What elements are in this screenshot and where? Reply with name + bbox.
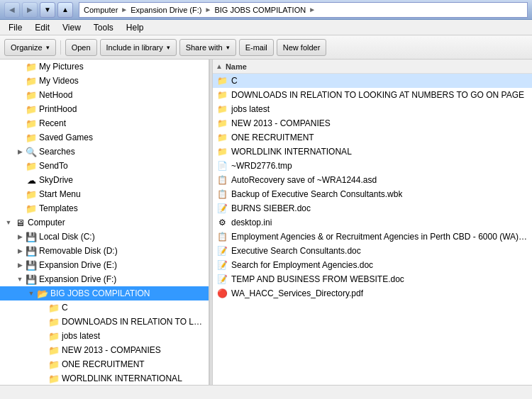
file-item-executive_search[interactable]: 📝Executive Search Consultants.doc xyxy=(213,244,532,258)
file-name-jobslatest: jobs latest xyxy=(231,104,270,114)
tree-toggle-searches[interactable]: ▶ xyxy=(14,148,26,155)
email-label: E-mail xyxy=(245,43,267,52)
tree-item-nethood[interactable]: 📁NetHood xyxy=(0,88,209,102)
tree-item-expansiondrive_f[interactable]: ▼💾Expansion Drive (F:) xyxy=(0,272,209,286)
tree-item-skydrive[interactable]: ☁SkyDrive xyxy=(0,173,209,187)
file-item-desktop_ini[interactable]: ⚙desktop.ini xyxy=(213,215,532,230)
file-icon-wa_hacc: 🔴 xyxy=(216,288,228,299)
main-area: 📁My Pictures📁My Videos📁NetHood📁PrintHood… xyxy=(0,60,532,385)
file-name-burns_sieber: BURNS SIEBER.doc xyxy=(231,203,311,213)
file-name-downloads: DOWNLOADS IN RELATION TO LOOKING AT NUMB… xyxy=(231,90,524,100)
tree-item-bigjobs[interactable]: ▼📂BIG JOBS COMPILATION xyxy=(0,286,209,300)
sep3: ► xyxy=(309,6,316,13)
right-file-panel: ▲Name📁C📁DOWNLOADS IN RELATION TO LOOKING… xyxy=(213,60,532,385)
tree-item-searches[interactable]: ▶🔍Searches xyxy=(0,145,209,159)
tree-item-expansiondrive_e[interactable]: ▶💾Expansion Drive (E:) xyxy=(0,258,209,272)
file-item-wrd2776[interactable]: 📄~WRD2776.tmp xyxy=(213,159,532,173)
tree-icon-expansiondrive_f: 💾 xyxy=(26,274,37,285)
up-button[interactable]: ▲ xyxy=(57,2,73,18)
tree-item-recent[interactable]: 📁Recent xyxy=(0,116,209,130)
file-name-executive_search: Executive Search Consultants.doc xyxy=(231,246,361,256)
file-name-wra1244: AutoRecovery save of ~WRA1244.asd xyxy=(231,175,377,185)
organize-button[interactable]: Organize xyxy=(4,39,56,56)
sort-arrow: ▲ xyxy=(216,62,223,70)
file-name-wrd2776: ~WRD2776.tmp xyxy=(231,161,292,171)
tree-icon-c_folder: 📁 xyxy=(48,302,60,313)
tree-label-localdisk: Local Disk (C:) xyxy=(39,232,95,242)
address-bar[interactable]: Computer ► Expansion Drive (F:) ► BIG JO… xyxy=(79,2,528,18)
column-name[interactable]: Name xyxy=(226,62,529,71)
title-bar: ◀ ▶ ▼ ▲ Computer ► Expansion Drive (F:) … xyxy=(0,0,532,20)
file-item-wa_hacc[interactable]: 🔴WA_HACC_Services_Directory.pdf xyxy=(213,286,532,300)
include-library-button[interactable]: Include in library xyxy=(100,39,177,56)
menu-file[interactable]: File xyxy=(3,21,28,34)
toolbar: Organize Open Include in library Share w… xyxy=(0,35,532,60)
tree-item-mypictures[interactable]: 📁My Pictures xyxy=(0,60,209,74)
new-folder-button[interactable]: New folder xyxy=(277,39,327,56)
file-item-downloads[interactable]: 📁DOWNLOADS IN RELATION TO LOOKING AT NUM… xyxy=(213,88,532,102)
back-button[interactable]: ◀ xyxy=(4,2,20,18)
tree-label-nethood: NetHood xyxy=(39,90,72,100)
tree-toggle-localdisk[interactable]: ▶ xyxy=(14,233,26,240)
file-item-backup_exec[interactable]: 📋Backup of Executive Search Consultants.… xyxy=(213,187,532,201)
tree-item-downloads_folder[interactable]: 📁DOWNLOADS IN RELATION TO LOOKING... xyxy=(0,315,209,329)
tree-item-worldlink[interactable]: 📁WORLDLINK INTERNATIONAL xyxy=(0,371,209,385)
file-item-onerecruitment[interactable]: 📁ONE RECRUITMENT xyxy=(213,130,532,145)
file-item-temp_business[interactable]: 📝TEMP AND BUSINESS FROM WEBSITE.doc xyxy=(213,272,532,286)
tree-item-localdisk[interactable]: ▶💾Local Disk (C:) xyxy=(0,230,209,244)
menu-tools[interactable]: Tools xyxy=(88,21,119,34)
file-item-burns_sieber[interactable]: 📝BURNS SIEBER.doc xyxy=(213,201,532,215)
file-icon-wrd2776: 📄 xyxy=(216,160,228,172)
tree-item-sendto[interactable]: 📁SendTo xyxy=(0,159,209,173)
tree-item-new2013[interactable]: 📁NEW 2013 - COMPANIES xyxy=(0,343,209,357)
tree-toggle-expansiondrive_e[interactable]: ▶ xyxy=(14,262,26,269)
sep2: ► xyxy=(204,6,211,13)
file-item-employment_agencies[interactable]: 📋Employment Agencies & or Recruitment Ag… xyxy=(213,230,532,244)
tree-toggle-expansiondrive_f[interactable]: ▼ xyxy=(14,276,26,283)
tree-item-templates[interactable]: 📁Templates xyxy=(0,201,209,215)
tree-label-worldlink: WORLDLINK INTERNATIONAL xyxy=(62,373,182,383)
file-name-employment_agencies: Employment Agencies & or Recruitment Age… xyxy=(231,232,529,242)
tree-toggle-computer[interactable]: ▼ xyxy=(3,219,14,226)
file-list-header[interactable]: ▲Name xyxy=(213,60,532,74)
tree-toggle-bigjobs[interactable]: ▼ xyxy=(26,290,37,297)
open-label: Open xyxy=(72,43,91,52)
tree-icon-onerecruitment: 📁 xyxy=(48,359,60,370)
tree-icon-mypictures: 📁 xyxy=(26,61,37,72)
file-item-worldlink[interactable]: 📁WORLDLINK INTERNATIONAL xyxy=(213,145,532,159)
tree-item-onerecruitment[interactable]: 📁ONE RECRUITMENT xyxy=(0,357,209,371)
file-name-c: C xyxy=(231,76,238,86)
tree-item-removabledisk[interactable]: ▶💾Removable Disk (D:) xyxy=(0,244,209,258)
tree-item-jobslatest[interactable]: 📁jobs latest xyxy=(0,329,209,343)
file-icon-desktop_ini: ⚙ xyxy=(216,217,228,228)
tree-label-expansiondrive_f: Expansion Drive (F:) xyxy=(39,274,116,284)
file-item-wra1244[interactable]: 📋AutoRecovery save of ~WRA1244.asd xyxy=(213,173,532,187)
tree-item-myvideos[interactable]: 📁My Videos xyxy=(0,74,209,88)
tree-toggle-removabledisk[interactable]: ▶ xyxy=(14,247,26,254)
open-button[interactable]: Open xyxy=(65,39,97,56)
file-name-backup_exec: Backup of Executive Search Consultants.w… xyxy=(231,189,402,199)
status-bar xyxy=(0,385,532,399)
file-item-search_employ[interactable]: 📝Search for Employment Agencies.doc xyxy=(213,258,532,272)
tree-item-printhood[interactable]: 📁PrintHood xyxy=(0,102,209,116)
recent-button[interactable]: ▼ xyxy=(40,2,55,18)
menu-help[interactable]: Help xyxy=(121,21,150,34)
tree-item-savedgames[interactable]: 📁Saved Games xyxy=(0,130,209,145)
menu-edit[interactable]: Edit xyxy=(29,21,55,34)
forward-button[interactable]: ▶ xyxy=(22,2,38,18)
share-with-button[interactable]: Share with xyxy=(179,39,236,56)
file-item-new2013[interactable]: 📁NEW 2013 - COMPANIES xyxy=(213,116,532,130)
file-name-onerecruitment: ONE RECRUITMENT xyxy=(231,133,314,142)
tree-item-startmenu[interactable]: 📁Start Menu xyxy=(0,187,209,201)
toolbar-sep1 xyxy=(60,40,61,55)
tree-icon-localdisk: 💾 xyxy=(26,231,37,242)
tree-label-savedgames: Saved Games xyxy=(39,133,93,142)
file-name-wa_hacc: WA_HACC_Services_Directory.pdf xyxy=(231,288,363,298)
email-button[interactable]: E-mail xyxy=(239,39,274,56)
tree-label-skydrive: SkyDrive xyxy=(39,175,73,185)
tree-item-c_folder[interactable]: 📁C xyxy=(0,300,209,315)
file-item-jobslatest[interactable]: 📁jobs latest xyxy=(213,102,532,116)
file-item-c[interactable]: 📁C xyxy=(213,74,532,88)
tree-item-computer[interactable]: ▼🖥Computer xyxy=(0,215,209,230)
menu-view[interactable]: View xyxy=(57,21,87,34)
